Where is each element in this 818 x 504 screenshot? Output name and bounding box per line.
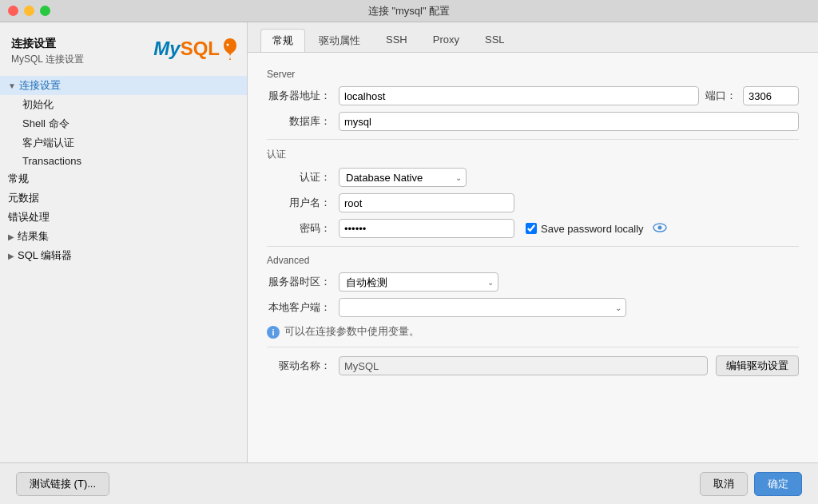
bottom-bar: 测试链接 (T)... 取消 确定 <box>0 462 818 504</box>
sidebar-item-transactions[interactable]: Transactions <box>0 153 247 169</box>
bottom-right-buttons: 取消 确定 <box>700 472 802 496</box>
auth-type-label: 认证： <box>267 170 331 185</box>
maximize-button[interactable] <box>40 6 50 16</box>
window-controls <box>8 6 50 16</box>
server-section-label: Server <box>267 69 799 80</box>
tab-general[interactable]: 常规 <box>260 29 305 52</box>
driver-label: 驱动名称： <box>267 359 331 373</box>
sidebar-item-init[interactable]: 初始化 <box>0 95 247 114</box>
form-area: Server 服务器地址： 端口： 数据库： 认证 认证： <box>248 53 818 462</box>
password-row: 密码： Save password locally <box>267 219 799 238</box>
driver-row: 驱动名称： 编辑驱动设置 <box>267 355 799 376</box>
auth-select[interactable]: Database Native User & Password No auth <box>339 168 467 187</box>
server-host-label: 服务器地址： <box>267 89 331 103</box>
auth-type-row: 认证： Database Native User & Password No a… <box>267 168 799 187</box>
sidebar-item-metadata[interactable]: 元数据 <box>0 189 247 208</box>
sidebar-item-general[interactable]: 常规 <box>0 169 247 189</box>
sidebar: 连接设置 MySQL 连接设置 MySQL ▼ 连接设置 初始化 <box>0 22 248 462</box>
tab-ssh[interactable]: SSH <box>374 29 419 52</box>
expand-arrow-icon: ▼ <box>8 81 16 90</box>
username-row: 用户名： <box>267 193 799 212</box>
info-icon: i <box>267 326 280 339</box>
divider-3 <box>267 347 799 347</box>
eye-icon[interactable] <box>653 223 667 235</box>
sidebar-item-error-handling[interactable]: 错误处理 <box>0 208 247 227</box>
local-client-label: 本地客户端： <box>267 300 331 315</box>
password-label: 密码： <box>267 221 331 236</box>
port-label: 端口： <box>705 89 737 103</box>
port-input[interactable] <box>743 86 799 105</box>
server-host-input[interactable] <box>339 86 699 105</box>
svg-point-0 <box>227 44 229 46</box>
collapsed-arrow-icon: ▶ <box>8 232 14 241</box>
local-client-row: 本地客户端： ⌄ <box>267 298 799 317</box>
titlebar: 连接 "mysql" 配置 <box>0 0 818 22</box>
sidebar-item-client-auth[interactable]: 客户端认证 <box>0 133 247 153</box>
local-client-select-wrapper: ⌄ <box>339 298 626 317</box>
save-password-group: Save password locally <box>526 223 667 235</box>
advanced-section-label: Advanced <box>267 255 799 266</box>
close-button[interactable] <box>8 6 18 16</box>
local-client-select[interactable] <box>339 298 626 317</box>
tab-proxy[interactable]: Proxy <box>421 29 471 52</box>
bottom-left-buttons: 测试链接 (T)... <box>16 472 109 496</box>
sidebar-item-connection-settings[interactable]: ▼ 连接设置 <box>0 76 247 95</box>
save-password-label: Save password locally <box>541 223 644 235</box>
database-label: 数据库： <box>267 114 331 129</box>
svg-point-2 <box>657 225 661 229</box>
tab-ssl[interactable]: SSL <box>473 29 517 52</box>
username-label: 用户名： <box>267 196 331 210</box>
sidebar-navigation: ▼ 连接设置 初始化 Shell 命令 客户端认证 Transactions 常… <box>0 76 247 265</box>
mysql-dolphin-icon <box>221 37 239 61</box>
collapsed-arrow-icon-2: ▶ <box>8 252 14 260</box>
auth-select-wrapper: Database Native User & Password No auth … <box>339 168 467 187</box>
minimize-button[interactable] <box>24 6 34 16</box>
sidebar-header-area: 连接设置 MySQL 连接设置 MySQL <box>0 30 247 69</box>
window-title: 连接 "mysql" 配置 <box>368 4 450 18</box>
timezone-label: 服务器时区： <box>267 275 331 289</box>
info-row: i 可以在连接参数中使用变量。 <box>267 325 799 339</box>
auth-section-label: 认证 <box>267 148 799 161</box>
database-input[interactable] <box>339 112 799 131</box>
tab-driver-props[interactable]: 驱动属性 <box>307 29 372 52</box>
sidebar-item-sql-editor[interactable]: ▶ SQL 编辑器 <box>0 246 247 265</box>
info-text: 可以在连接参数中使用变量。 <box>284 325 419 339</box>
server-host-row: 服务器地址： 端口： <box>267 86 799 105</box>
timezone-select-wrapper: 自动检测 UTC Asia/Shanghai ⌄ <box>339 272 498 292</box>
test-connection-button[interactable]: 测试链接 (T)... <box>16 472 109 496</box>
cancel-button[interactable]: 取消 <box>700 472 748 496</box>
divider-2 <box>267 246 799 247</box>
server-host-port-group: 端口： <box>339 86 799 105</box>
driver-name-input <box>339 356 708 375</box>
divider-1 <box>267 139 799 140</box>
sidebar-item-result-set[interactable]: ▶ 结果集 <box>0 227 247 246</box>
main-content: 连接设置 MySQL 连接设置 MySQL ▼ 连接设置 初始化 <box>0 22 818 462</box>
save-password-checkbox[interactable] <box>526 223 537 234</box>
username-input[interactable] <box>339 193 514 212</box>
timezone-select[interactable]: 自动检测 UTC Asia/Shanghai <box>339 272 498 292</box>
edit-driver-button[interactable]: 编辑驱动设置 <box>716 355 799 376</box>
database-row: 数据库： <box>267 112 799 131</box>
right-panel: 常规 驱动属性 SSH Proxy SSL Server 服务器地址： <box>248 22 818 462</box>
password-input[interactable] <box>339 219 514 238</box>
tabs-bar: 常规 驱动属性 SSH Proxy SSL <box>248 22 818 53</box>
sidebar-item-shell-command[interactable]: Shell 命令 <box>0 114 247 133</box>
timezone-row: 服务器时区： 自动检测 UTC Asia/Shanghai ⌄ <box>267 272 799 292</box>
confirm-button[interactable]: 确定 <box>754 472 802 496</box>
mysql-logo: MySQL <box>153 37 239 61</box>
